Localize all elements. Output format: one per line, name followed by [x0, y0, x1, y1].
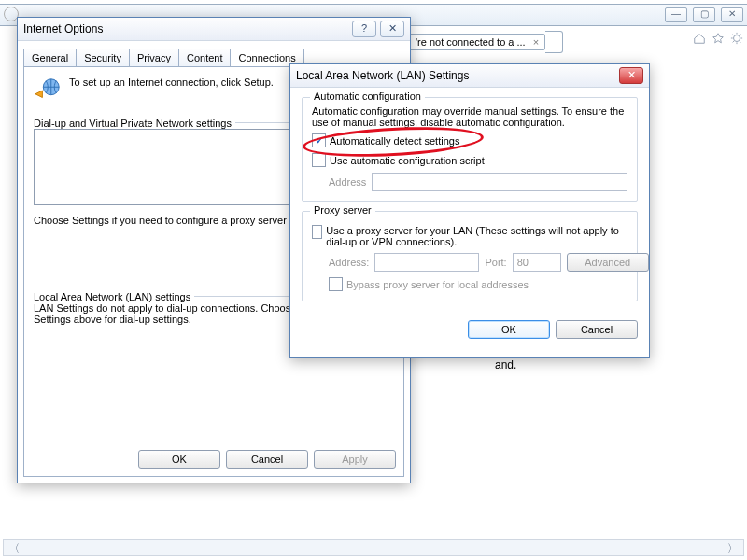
proxy-address-label: Address:	[329, 257, 369, 268]
apply-button: Apply	[314, 450, 396, 469]
tab-close-icon[interactable]: ×	[529, 36, 539, 48]
new-tab-button[interactable]	[545, 31, 563, 53]
bypass-local-checkbox	[329, 277, 343, 291]
tab-general[interactable]: General	[23, 49, 77, 66]
help-button[interactable]: ?	[352, 21, 376, 37]
lan-settings-dialog: Local Area Network (LAN) Settings ✕ Auto…	[289, 63, 650, 358]
internet-options-titlebar[interactable]: Internet Options ? ✕	[18, 18, 410, 41]
automatic-config-group: Automatic configuration Automatic config…	[302, 97, 638, 202]
lan-close-button[interactable]: ✕	[619, 67, 643, 84]
browser-tab-strip: 're not connected to a ... ×	[409, 32, 563, 52]
close-button[interactable]: ✕	[380, 21, 404, 37]
window-maximize-button[interactable]: ▢	[693, 7, 715, 22]
auto-script-checkbox[interactable]	[312, 153, 326, 167]
page-content-fragment: and.	[495, 358, 516, 371]
use-proxy-checkbox[interactable]	[312, 225, 322, 239]
script-address-input	[372, 173, 627, 191]
scroll-left-icon[interactable]: 〈	[4, 541, 25, 555]
cancel-button[interactable]: Cancel	[226, 450, 308, 469]
auto-group-title: Automatic configuration	[310, 91, 425, 102]
dialup-section-label: Dial-up and Virtual Private Network sett…	[34, 118, 235, 129]
tab-label: 're not connected to a ...	[416, 36, 526, 48]
script-address-label: Address	[329, 176, 366, 188]
svg-point-0	[734, 35, 740, 42]
home-icon[interactable]	[693, 32, 706, 45]
tab-privacy[interactable]: Privacy	[129, 49, 179, 66]
lan-hint: LAN Settings do not apply to dial-up con…	[34, 302, 312, 325]
globe-setup-icon	[34, 77, 62, 105]
scroll-right-icon[interactable]: 〉	[722, 541, 743, 555]
auto-description: Automatic configuration may override man…	[312, 105, 627, 128]
horizontal-scrollbar[interactable]: 〈 〉	[3, 539, 744, 556]
proxy-port-label: Port:	[485, 257, 506, 268]
lan-ok-button[interactable]: OK	[468, 320, 550, 339]
lan-section-label: Local Area Network (LAN) settings	[34, 291, 194, 302]
window-close-button[interactable]: ✕	[721, 7, 743, 22]
proxy-port-input: 80	[513, 253, 561, 272]
favorites-icon[interactable]	[712, 32, 725, 45]
window-minimize-button[interactable]: —	[665, 7, 687, 22]
use-proxy-label: Use a proxy server for your LAN (These s…	[326, 225, 627, 247]
lan-cancel-button[interactable]: Cancel	[556, 320, 638, 339]
lan-dialog-title: Local Area Network (LAN) Settings	[296, 69, 615, 82]
tab-security[interactable]: Security	[76, 49, 130, 66]
proxy-address-input	[374, 253, 479, 272]
tools-gear-icon[interactable]	[730, 32, 743, 45]
auto-script-label: Use automatic configuration script	[330, 155, 485, 166]
proxy-advanced-button: Advanced	[567, 253, 649, 272]
tab-content[interactable]: Content	[178, 49, 232, 66]
browser-tools	[693, 32, 743, 45]
browser-tab[interactable]: 're not connected to a ... ×	[409, 34, 545, 50]
setup-text: To set up an Internet connection, click …	[69, 77, 274, 88]
auto-detect-label: Automatically detect settings	[330, 135, 459, 147]
auto-detect-checkbox[interactable]	[312, 133, 326, 147]
bypass-local-label: Bypass proxy server for local addresses	[346, 279, 529, 290]
proxy-group-title: Proxy server	[310, 204, 375, 216]
proxy-server-group: Proxy server Use a proxy server for your…	[302, 211, 638, 301]
ok-button[interactable]: OK	[138, 450, 220, 469]
lan-titlebar[interactable]: Local Area Network (LAN) Settings ✕	[290, 64, 649, 88]
dialog-title: Internet Options	[23, 22, 348, 35]
